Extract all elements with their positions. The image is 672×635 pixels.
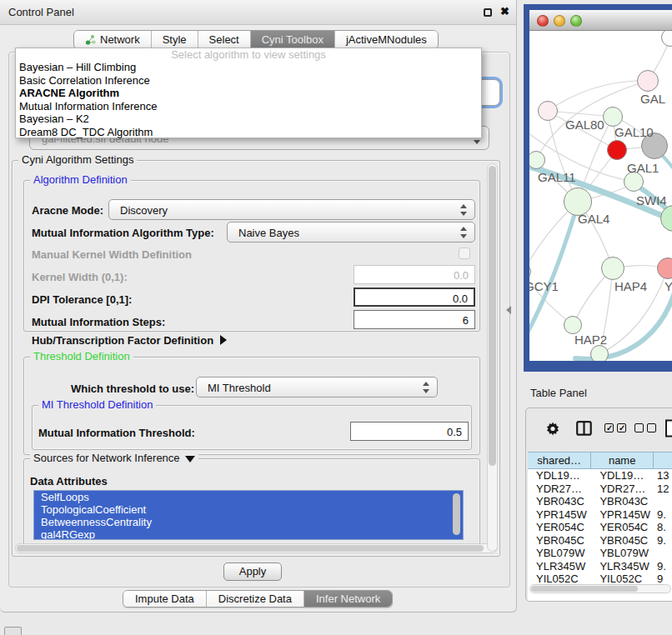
data-attributes-label: Data Attributes	[30, 475, 108, 488]
table-cell: 8.	[654, 521, 672, 534]
mi-threshold-group-title: MI Threshold Definition	[38, 399, 156, 411]
column-header[interactable]	[654, 452, 672, 468]
close-traffic-light-icon[interactable]	[537, 15, 549, 27]
close-icon[interactable]: ✖	[500, 5, 509, 18]
dropdown-item[interactable]: ARACNE Algorithm	[16, 87, 481, 100]
table-cell: YBR045C	[591, 534, 654, 548]
manual-kernel-checkbox[interactable]	[459, 248, 470, 259]
tab-cyni-toolbox[interactable]: Cyni Toolbox	[251, 31, 335, 48]
table-cell: 13	[654, 469, 672, 482]
algorithm-definition-title: Algorithm Definition	[30, 174, 131, 186]
expand-arrow-icon	[220, 335, 227, 345]
apply-button[interactable]: Apply	[223, 562, 282, 581]
table-cell: YBR043C	[528, 495, 591, 508]
attribute-list-item[interactable]: gal4RGexp	[34, 528, 463, 540]
dropdown-item[interactable]: Mutual Information Inference	[16, 100, 481, 113]
table-row[interactable]: YDL19…YDL19…13	[528, 469, 672, 482]
network-node[interactable]	[538, 101, 558, 121]
attribute-list-item[interactable]: TopologicalCoefficient	[34, 503, 463, 516]
bottom-tabbar: Impute DataDiscretize DataInfer Network	[123, 590, 393, 608]
node-label: GAL4	[578, 212, 609, 226]
node-label: HAP2	[574, 332, 607, 347]
network-node[interactable]	[590, 345, 609, 361]
tab-select[interactable]: Select	[198, 31, 251, 48]
splitter-arrow-icon[interactable]	[506, 306, 511, 314]
hub-definition-toggle[interactable]: Hub/Transcription Factor Definition	[32, 334, 227, 347]
mi-steps-field[interactable]: 6	[354, 310, 475, 329]
table-cell: YLR345W	[528, 560, 591, 573]
network-node[interactable]	[601, 257, 624, 280]
combo-stepper-icon	[460, 226, 468, 239]
tab-style[interactable]: Style	[152, 31, 198, 48]
mi-threshold-value: 0.5	[447, 426, 462, 438]
mi-type-combo[interactable]: Naive Bayes	[227, 222, 475, 242]
dropdown-item[interactable]: Bayesian – Hill Climbing	[16, 61, 481, 74]
table-cell: 9.	[654, 508, 672, 522]
new-document-icon[interactable]	[664, 419, 672, 440]
tab-discretize-data[interactable]: Discretize Data	[207, 591, 304, 607]
tab-infer-network[interactable]: Infer Network	[304, 591, 392, 607]
table-cell: YPR145W	[528, 508, 591, 522]
which-threshold-combo[interactable]: MI Threshold	[196, 377, 438, 398]
table-row[interactable]: YBR043CYBR043C	[528, 495, 672, 508]
aracne-mode-combo[interactable]: Discovery	[108, 199, 475, 220]
table-panel-title: Table Panel	[530, 387, 587, 399]
aracne-mode-value: Discovery	[120, 204, 168, 217]
tab-jactivemnodules[interactable]: jActiveMNodules	[335, 31, 438, 48]
network-node[interactable]	[564, 316, 582, 334]
table-header-row: shared…name	[528, 452, 672, 469]
select-all-checkboxes-icon[interactable]: ✓✓	[604, 422, 626, 435]
table-row[interactable]: YBR045CYBR045C9.	[528, 534, 672, 548]
dropdown-item[interactable]: Basic Correlation Inference	[16, 74, 481, 88]
node-label: GAL11	[538, 170, 576, 184]
list-scrollbar-thumb[interactable]	[453, 493, 460, 535]
table-toolbar: ✓✓	[528, 418, 672, 443]
table-row[interactable]: YDR27…YDR27…12	[528, 482, 672, 496]
table-cell: YDR27…	[528, 482, 591, 496]
which-threshold-label: Which threshold to use:	[71, 382, 194, 395]
tab-impute-data[interactable]: Impute Data	[123, 591, 207, 607]
deselect-all-checkboxes-icon[interactable]	[634, 422, 656, 435]
kernel-width-value: 0.0	[454, 269, 469, 282]
dpi-tolerance-field[interactable]: 0.0	[354, 288, 475, 307]
column-header[interactable]: shared…	[528, 452, 591, 468]
split-columns-icon[interactable]	[576, 421, 592, 438]
minimize-traffic-light-icon[interactable]	[554, 15, 565, 27]
table-row[interactable]: YBL079WYBL079W	[528, 547, 672, 560]
attribute-list-item[interactable]: SelfLoops	[34, 491, 463, 503]
mi-threshold-label: Mutual Information Threshold:	[38, 427, 195, 439]
column-header[interactable]: name	[591, 452, 653, 468]
attribute-list-item[interactable]: BetweennessCentrality	[34, 516, 463, 528]
dropdown-item[interactable]: Bayesian – K2	[16, 112, 481, 126]
tab-network[interactable]: Network	[74, 31, 152, 48]
dropdown-item[interactable]: Dream8 DC_TDC Algorithm	[16, 126, 481, 139]
node-label: GCY1	[529, 279, 559, 293]
table-cell: YDL19…	[528, 469, 591, 482]
tab-label: Cyni Toolbox	[262, 33, 323, 46]
table-cell: 12	[654, 482, 672, 496]
collapsed-panel-icon[interactable]	[4, 627, 22, 635]
node-table: shared…name YDL19…YDL19…13YDR27…YDR27…12…	[528, 452, 672, 601]
table-row[interactable]: YER054CYER054C8.	[528, 521, 672, 534]
settings-hscrollbar[interactable]	[15, 543, 497, 553]
mi-type-value: Naive Bayes	[238, 227, 299, 239]
network-node[interactable]	[603, 107, 623, 127]
screen: Control Panel ✖ NetworkStyleSelectCyni T…	[0, 0, 672, 635]
sources-group-title[interactable]: Sources for Network Inference	[30, 452, 198, 464]
gear-icon[interactable]	[544, 420, 561, 439]
mi-threshold-field[interactable]: 0.5	[350, 422, 469, 441]
node-label: GAL80	[565, 118, 604, 132]
table-row[interactable]: YLR345WYLR345W9.	[528, 560, 672, 573]
network-canvas[interactable]: GALGAL80GAL10GAL1GAL11SWI4GAL4GCY1HAP4YH…	[529, 31, 672, 361]
kernel-width-field[interactable]: 0.0	[354, 265, 475, 284]
network-node[interactable]	[637, 70, 659, 92]
which-threshold-value: MI Threshold	[208, 382, 271, 394]
settings-vscrollbar[interactable]	[487, 163, 498, 552]
float-panel-icon[interactable]	[484, 8, 492, 17]
network-node[interactable]	[607, 140, 627, 160]
table-hscrollbar[interactable]	[529, 584, 671, 593]
table-cell: YPR145W	[591, 508, 654, 522]
data-attributes-list[interactable]: SelfLoopsTopologicalCoefficientBetweenne…	[33, 490, 464, 540]
zoom-traffic-light-icon[interactable]	[570, 15, 582, 27]
table-row[interactable]: YPR145WYPR145W9.	[528, 508, 672, 522]
